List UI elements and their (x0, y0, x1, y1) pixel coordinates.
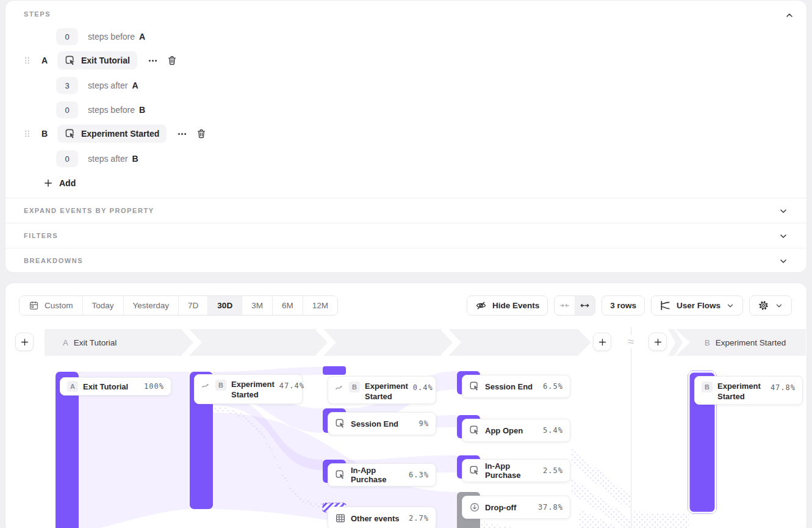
section-breakdowns[interactable]: BREAKDOWNS (5, 248, 807, 273)
collapse-columns-button[interactable] (555, 296, 575, 315)
rows-button[interactable]: 3 rows (602, 295, 645, 316)
step-badge: B (702, 382, 713, 392)
expand-columns-button[interactable] (575, 296, 595, 315)
steps-before-b-step: B (139, 105, 145, 115)
flow-node-other-events[interactable]: Other events 2.7% (328, 507, 436, 528)
steps-before-a-row: 0 steps before A (56, 27, 145, 46)
date-range-yesterday[interactable]: Yesterday (123, 296, 179, 315)
steps-after-a-count[interactable]: 3 (56, 77, 78, 94)
event-click-icon (65, 128, 76, 140)
step-a-event-button[interactable]: Exit Tutorial (57, 51, 137, 70)
date-range-30d[interactable]: 30D (207, 296, 242, 315)
flow-node-session-end-65[interactable]: Session End 6.5% (462, 375, 570, 398)
chevron-down-icon (778, 230, 788, 241)
node-percent: 2.7% (409, 514, 429, 523)
node-label: Session End (351, 419, 398, 429)
collapse-steps-button[interactable] (785, 9, 794, 20)
view-selector-button[interactable]: User Flows (651, 295, 743, 316)
date-range-12m[interactable]: 12M (303, 296, 337, 315)
step-a-row: A Exit Tutorial (23, 51, 178, 70)
band-step-letter: B (705, 338, 710, 347)
step-b-column-band[interactable]: B Experiment Started (675, 329, 806, 356)
add-column-mid-left-button[interactable] (593, 333, 611, 351)
drag-handle-icon[interactable] (23, 55, 32, 67)
add-step-button[interactable]: Add (43, 174, 76, 192)
steps-before-b-row: 0 steps before B (56, 101, 145, 119)
arrows-inward-icon (559, 300, 570, 311)
node-percent: 37.8% (538, 503, 563, 512)
event-click-icon (469, 381, 480, 392)
event-click-icon (469, 465, 480, 476)
flow-node-in-app-purchase-25[interactable]: In-App Purchase 2.5% (462, 459, 570, 482)
flow-node-experiment-started-47[interactable]: B Experiment Started 47.4% (194, 374, 303, 404)
chevron-down-icon (778, 255, 788, 266)
node-percent: 5.4% (543, 426, 563, 435)
section-expand-events-by-property[interactable]: EXPAND EVENTS BY PROPERTY (5, 198, 807, 223)
chevron-down-icon (778, 205, 788, 216)
date-range-today[interactable]: Today (82, 296, 123, 315)
step-b-delete-icon[interactable] (196, 128, 207, 140)
node-percent: 6.5% (543, 382, 563, 391)
date-range-3m[interactable]: 3M (242, 296, 272, 315)
step-a-letter: A (40, 56, 49, 65)
drop-off-icon (469, 502, 480, 513)
steps-before-a-count[interactable]: 0 (56, 28, 78, 45)
step-badge: B (349, 382, 360, 392)
steps-panel: STEPS 0 steps before A A Exit Tutorial 3… (5, 0, 807, 273)
date-range-7d[interactable]: 7D (178, 296, 207, 315)
step-b-event-name: Experiment Started (81, 129, 159, 139)
calendar-icon (29, 300, 39, 311)
date-range-6m[interactable]: 6M (272, 296, 303, 315)
node-label: Session End (485, 382, 533, 391)
step-a-column-band[interactable]: A Exit Tutorial (45, 329, 591, 356)
steps-before-b-label: steps before (88, 105, 135, 115)
flow-node-drop-off[interactable]: Drop-off 37.8% (462, 496, 570, 519)
node-label: In-App Purchase (485, 461, 538, 480)
eye-off-icon (475, 300, 487, 311)
steps-before-a-step: A (139, 32, 145, 42)
step-a-delete-icon[interactable] (167, 55, 178, 67)
step-b-options-icon[interactable] (177, 128, 187, 139)
step-a-options-icon[interactable] (148, 55, 158, 66)
steps-before-a-label: steps before (88, 32, 135, 42)
grid-icon (335, 513, 346, 524)
step-badge: B (215, 380, 226, 391)
step-b-letter: B (40, 129, 49, 139)
node-label: In-App Purchase (351, 466, 404, 484)
user-flows-panel: Custom Today Yesterday 7D 30D 3M 6M 12M … (5, 283, 807, 528)
settings-button[interactable] (749, 295, 792, 316)
event-click-icon (335, 418, 346, 429)
node-label: Experiment Started (717, 382, 766, 402)
flow-node-experiment-started-04[interactable]: B Experiment Started 0.4% (328, 376, 436, 404)
hide-events-button[interactable]: Hide Events (467, 295, 548, 316)
step-b-event-button[interactable]: Experiment Started (57, 125, 167, 143)
collapse-expand-control (554, 295, 595, 316)
toolbar-right-cluster: Hide Events 3 rows User Flows (467, 295, 792, 316)
date-range-control: Custom Today Yesterday 7D 30D 3M 6M 12M (19, 295, 338, 316)
drag-handle-icon[interactable] (23, 128, 32, 140)
event-click-icon (335, 469, 346, 480)
step-b-row: B Experiment Started (23, 125, 207, 143)
band-separator-chevron (316, 329, 337, 356)
section-filters[interactable]: FILTERS (5, 223, 807, 248)
node-percent: 2.5% (543, 466, 563, 475)
flow-node-app-open[interactable]: App Open 5.4% (462, 419, 570, 442)
steps-after-b-count[interactable]: 0 (56, 150, 78, 167)
flow-node-session-end-9[interactable]: Session End 9% (328, 412, 436, 435)
add-column-mid-right-button[interactable] (649, 333, 667, 351)
flow-node-experiment-started-478[interactable]: B Experiment Started 47.8% (694, 376, 803, 405)
gear-icon (758, 300, 769, 311)
section-label: EXPAND EVENTS BY PROPERTY (24, 207, 154, 214)
steps-after-b-row: 0 steps after B (56, 150, 138, 168)
flow-node-exit-tutorial[interactable]: A Exit Tutorial 100% (60, 377, 171, 396)
plus-icon (43, 178, 53, 188)
node-percent: 100% (144, 382, 164, 391)
date-range-custom[interactable]: Custom (20, 296, 82, 315)
step-badge: A (67, 381, 78, 392)
chevron-down-icon (775, 302, 783, 310)
steps-before-b-count[interactable]: 0 (56, 101, 78, 118)
steps-after-a-row: 3 steps after A (56, 76, 138, 95)
add-column-left-button[interactable] (15, 333, 34, 351)
flow-node-in-app-purchase-63[interactable]: In-App Purchase 6.3% (328, 463, 436, 486)
node-label: Experiment Started (365, 382, 408, 402)
